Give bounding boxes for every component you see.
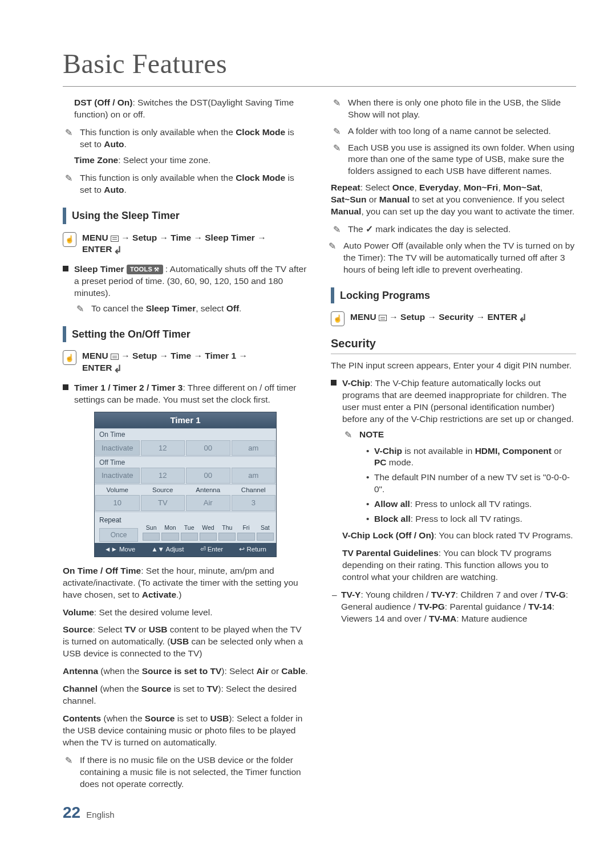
value-channel[interactable]: 3 (232, 495, 276, 511)
tz-note: This function is only available when the… (63, 172, 308, 196)
onoff-menu-path: ☝ MENU → Setup → Time → Timer 1 → ENTER (63, 350, 308, 374)
vchip-note-1: V-Chip is not available in HDMI, Compone… (365, 445, 576, 469)
item-title: Sleep Timer (74, 264, 124, 274)
day-mon[interactable]: Mon (161, 524, 179, 541)
title: Source (63, 624, 93, 634)
txt: V-Chip (374, 446, 402, 456)
enter-icon (518, 314, 528, 322)
heading-bar (63, 326, 66, 342)
usb-note-3: Each USB you use is assigned its own fol… (331, 142, 576, 178)
repeat-paragraph: Repeat: Select Once, Everyday, Mon~Fri, … (331, 182, 576, 218)
txt: . (306, 666, 308, 676)
txt: USB (210, 713, 229, 723)
locking-menu-path: ☝ MENU → Setup → Security → ENTER (331, 311, 576, 323)
page-title: Basic Features (63, 46, 576, 87)
txt: This function is only available when the (80, 173, 236, 182)
hand-icon: ☝ (63, 232, 76, 247)
day-sat[interactable]: Sat (257, 524, 274, 541)
txt: or (552, 446, 562, 456)
heading-text: Setting the On/Off Timer (72, 326, 191, 342)
off-time-label: Off Time (95, 457, 276, 467)
ratings-list: TV-Y: Young children / TV-Y7: Children 7… (331, 589, 576, 625)
txt: Cable (281, 666, 305, 676)
sleep-menu-path: ☝ MENU → Setup → Time → Sleep Timer → EN… (63, 232, 308, 256)
path-text: → Setup → Time → Sleep Timer → (119, 233, 266, 242)
off-time-min[interactable]: 00 (186, 468, 230, 484)
dst-note: This function is only available when the… (63, 127, 308, 151)
on-time-hour[interactable]: 12 (141, 440, 185, 456)
menu-icon (111, 236, 119, 242)
tvpg-paragraph: TV Parental Guidelines: You can block TV… (331, 547, 576, 583)
vchip-note-4: Block all: Press to lock all TV ratings. (365, 513, 576, 525)
txt: , (414, 182, 419, 192)
timer1-panel: Timer 1 On Time Inactivate 12 00 am Off … (94, 412, 277, 557)
title: On Time / Off Time (63, 566, 141, 575)
txt: . (124, 185, 127, 194)
txt: HDMI, Component (475, 446, 552, 456)
txt: ): Select (221, 666, 256, 676)
txt: Sun (146, 524, 157, 531)
security-heading: Security (331, 336, 576, 354)
on-time-min[interactable]: 00 (186, 440, 230, 456)
label-volume: Volume (95, 485, 140, 495)
txt: or (366, 194, 379, 204)
txt: Clock Mode (236, 173, 285, 182)
txt: Wed (202, 524, 214, 531)
day-wed[interactable]: Wed (200, 524, 217, 541)
txt: : Parental guidance / (445, 602, 529, 611)
menu-label: MENU (82, 233, 108, 242)
txt: Once (392, 182, 415, 192)
title: Antenna (63, 666, 98, 676)
on-time-state[interactable]: Inactivate (95, 440, 140, 456)
sleep-timer-item: Sleep Timer TOOLS : Automatically shuts … (63, 263, 308, 315)
label-channel: Channel (231, 485, 277, 495)
value-volume[interactable]: 10 (95, 495, 140, 511)
tz-body: : Select your time zone. (118, 155, 210, 165)
txt: USB (149, 624, 168, 634)
txt: Auto (104, 185, 124, 194)
off-time-state[interactable]: Inactivate (95, 468, 140, 484)
txt: to set at you convenience. If you select (410, 194, 564, 204)
days-row: Sun Mon Tue Wed Thu Fri Sat (140, 512, 276, 543)
day-sun[interactable]: Sun (143, 524, 160, 541)
value-antenna[interactable]: Air (186, 495, 230, 511)
path-text: → Setup → Security → (387, 312, 488, 322)
txt: mode. (387, 457, 414, 467)
repeat-check-note: The ✓ mark indicates the day is selected… (331, 224, 576, 236)
pin-line: The PIN input screen appears, Enter your… (331, 360, 576, 372)
day-tue[interactable]: Tue (181, 524, 198, 541)
day-fri[interactable]: Fri (237, 524, 254, 541)
off-time-ampm[interactable]: am (232, 468, 276, 484)
left-column: DST (Off / On): Switches the DST(Dayligh… (63, 97, 308, 795)
txt: is set to (175, 713, 210, 723)
on-time-ampm[interactable]: am (232, 440, 276, 456)
channel-paragraph: Channel (when the Source is set to TV): … (63, 683, 308, 707)
txt: Mon (164, 524, 176, 531)
txt: Air (256, 666, 269, 676)
txt: This function is only available when the (80, 127, 236, 137)
day-thu[interactable]: Thu (218, 524, 236, 541)
txt: Fri (242, 524, 249, 531)
onoff-timer-heading: Setting the On/Off Timer (63, 326, 308, 342)
txt: TV-MA (429, 614, 456, 623)
txt: TV-Y7 (431, 590, 456, 599)
hand-icon: ☝ (63, 350, 76, 365)
txt: : Children 7 and over / (456, 590, 545, 599)
txt: Activate (142, 590, 176, 599)
vchip-note-3: Allow all: Press to unlock all TV rating… (365, 498, 576, 510)
timer1-title: Timer 1 (95, 412, 276, 428)
title: V-Chip Lock (Off / On) (342, 530, 434, 540)
txt: : Young children / (360, 590, 431, 599)
item-title: Timer 1 / Timer 2 / Timer 3 (74, 383, 183, 392)
heading-text: Locking Programs (340, 287, 430, 303)
enter-label: ENTER (488, 312, 518, 322)
off-time-hour[interactable]: 12 (141, 468, 185, 484)
title: Channel (63, 684, 98, 693)
autopower-note: Auto Power Off (available only when the … (326, 240, 576, 276)
footer-move: ◄► Move (104, 545, 135, 554)
txt: When there is only one photo file in the… (348, 98, 561, 119)
enter-label: ENTER (82, 244, 112, 254)
value-source[interactable]: TV (141, 495, 185, 511)
txt: Clock Mode (236, 127, 285, 137)
repeat-value[interactable]: Once (99, 528, 138, 542)
